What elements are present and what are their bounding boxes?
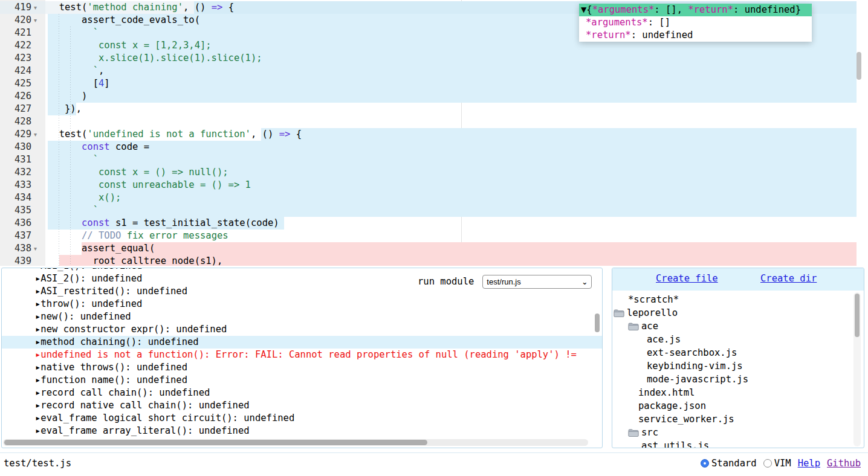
- keybinding-standard-radio[interactable]: [701, 459, 709, 468]
- code-line[interactable]: `,: [45, 65, 868, 77]
- expand-arrow-icon[interactable]: ▸: [35, 285, 40, 298]
- file-tree-item[interactable]: ast_utils.js: [612, 439, 864, 448]
- file-tree-label: ext-searchbox.js: [647, 346, 737, 359]
- line-number: 420: [0, 14, 31, 27]
- code-line[interactable]: const code =: [45, 141, 868, 153]
- code-line[interactable]: root_calltree_node(s1),: [45, 255, 868, 266]
- line-number: 438: [0, 242, 31, 255]
- create-dir-link[interactable]: Create dir: [760, 268, 817, 289]
- calltree-item[interactable]: ▸native throws(): undefined: [2, 361, 602, 374]
- code-line[interactable]: [45, 115, 868, 128]
- code-token: [: [48, 78, 99, 89]
- files-header: Create file Create dir: [612, 268, 864, 291]
- calltree-item[interactable]: ▸undefined is not a function(): Error: F…: [2, 349, 602, 361]
- file-tree-item[interactable]: package.json: [612, 399, 864, 413]
- code-line[interactable]: ): [45, 90, 868, 103]
- code-line[interactable]: }),: [45, 103, 868, 115]
- file-tree-dir[interactable]: leporello: [612, 306, 864, 320]
- expand-arrow-icon[interactable]: ▸: [35, 268, 40, 272]
- code-line[interactable]: test('undefined is not a function', () =…: [45, 128, 868, 141]
- filetree-vscroll-thumb[interactable]: [855, 294, 860, 337]
- expand-arrow-icon[interactable]: ▸: [35, 310, 40, 323]
- editor-vertical-scrollbar[interactable]: [857, 52, 861, 80]
- code-line[interactable]: x.slice(1).slice(1).slice(1);: [45, 52, 868, 65]
- file-tree-item[interactable]: ace.js: [612, 333, 864, 346]
- code-line[interactable]: const unreachable = () => 1: [45, 179, 868, 191]
- gutter-row: 438▾: [0, 242, 45, 255]
- calltree-item[interactable]: ▸new(): undefined: [2, 310, 602, 323]
- expand-arrow-icon[interactable]: ▸: [35, 387, 40, 399]
- calltree-item[interactable]: ▸eval_frame logical short circuit(): und…: [2, 412, 602, 425]
- inspector-entry[interactable]: *return*: undefined: [579, 29, 812, 42]
- code-line[interactable]: x();: [45, 191, 868, 204]
- code-editor[interactable]: test('method chaining', () => { assert_c…: [0, 0, 868, 266]
- calltree-item[interactable]: ▸new constructor expr(): undefined: [2, 323, 602, 336]
- file-tree-item[interactable]: index.html: [612, 386, 864, 399]
- help-link[interactable]: Help: [798, 453, 820, 474]
- code-line-text: const unreachable = () => 1: [48, 179, 251, 191]
- calltree-item-label: function name(): undefined: [40, 375, 187, 385]
- expand-arrow-icon[interactable]: ▸: [35, 361, 40, 374]
- expand-arrow-icon[interactable]: ▸: [35, 272, 40, 285]
- calltree-item[interactable]: ▸eval_frame array_literal(): undefined: [2, 425, 602, 437]
- code-line-text: x();: [48, 191, 121, 204]
- code-line[interactable]: const s1 = test_initial_state(code): [45, 217, 868, 230]
- fold-arrow-icon[interactable]: ▾: [34, 1, 42, 14]
- gutter-row: 434: [0, 191, 45, 204]
- code-line[interactable]: assert_equal(: [45, 242, 868, 255]
- keybinding-standard-group: Standard: [701, 453, 757, 474]
- create-file-link[interactable]: Create file: [656, 268, 718, 289]
- calltree-item[interactable]: ▸record call chain(): undefined: [2, 387, 602, 399]
- line-number: 437: [0, 230, 31, 242]
- gutter-row: 436: [0, 217, 45, 230]
- current-file-label: test/test.js: [4, 453, 71, 474]
- calltree-hscroll-thumb[interactable]: [4, 440, 427, 445]
- expand-arrow-icon[interactable]: ▸: [35, 323, 40, 336]
- file-tree-dir[interactable]: ace: [612, 320, 864, 333]
- code-token: assert_equal(: [48, 243, 155, 254]
- expand-arrow-icon[interactable]: ▸: [35, 374, 40, 387]
- keybinding-vim-radio[interactable]: [763, 459, 772, 468]
- code-line-text: test('undefined is not a function', () =…: [48, 128, 302, 141]
- code-line[interactable]: // TODO fix error messages: [45, 230, 868, 242]
- code-line[interactable]: const x = () => null();: [45, 166, 868, 179]
- fold-arrow-icon[interactable]: ▾: [34, 128, 42, 141]
- code-token: , (): [251, 129, 279, 140]
- file-tree-item[interactable]: mode-javascript.js: [612, 373, 864, 386]
- calltree-item[interactable]: ▸throw(): undefined: [2, 298, 602, 310]
- calltree-vscroll-thumb[interactable]: [595, 314, 600, 332]
- expand-arrow-icon[interactable]: ▸: [35, 412, 40, 425]
- file-tree-dir[interactable]: src: [612, 426, 864, 439]
- file-tree-item[interactable]: keybinding-vim.js: [612, 359, 864, 373]
- github-link[interactable]: Github: [827, 453, 861, 474]
- code-token: const: [82, 141, 110, 152]
- file-tree-item[interactable]: ext-searchbox.js: [612, 346, 864, 359]
- inspector-entry[interactable]: *arguments*: []: [579, 16, 812, 29]
- fold-arrow-icon[interactable]: ▾: [34, 242, 42, 255]
- code-token: =>: [212, 2, 223, 13]
- expand-arrow-icon[interactable]: ▸: [35, 349, 40, 361]
- calltree-item-label: record native call chain(): undefined: [40, 400, 249, 411]
- file-tree-item[interactable]: *scratch*: [612, 293, 864, 306]
- code-token: `: [48, 205, 99, 216]
- code-token: // TODO: [82, 230, 127, 241]
- code-line-text: assert_equal(: [48, 242, 155, 255]
- code-line[interactable]: `: [45, 153, 868, 166]
- code-line-text: }),: [48, 103, 82, 115]
- expand-arrow-icon[interactable]: ▸: [35, 399, 40, 412]
- file-tree-item[interactable]: service_worker.js: [612, 413, 864, 426]
- fold-arrow-icon[interactable]: ▾: [34, 14, 42, 27]
- expand-arrow-icon[interactable]: ▸: [35, 425, 40, 437]
- line-number: 421: [0, 27, 31, 39]
- run-module-select[interactable]: test/run.js: [482, 275, 592, 289]
- expand-arrow-icon[interactable]: ▸: [35, 336, 40, 349]
- calltree-item[interactable]: ▸ASI_1(): undefined: [2, 268, 602, 272]
- inspector-header[interactable]: ▼{*arguments*: [], *return*: undefined}: [579, 4, 812, 16]
- code-line[interactable]: `: [45, 204, 868, 217]
- code-line[interactable]: [4]: [45, 77, 868, 90]
- code-token: assert_code_evals_to(: [48, 14, 200, 25]
- expand-arrow-icon[interactable]: ▸: [35, 298, 40, 310]
- calltree-item[interactable]: ▸function name(): undefined: [2, 374, 602, 387]
- calltree-item[interactable]: ▸method chaining(): undefined: [2, 336, 602, 349]
- calltree-item[interactable]: ▸record native call chain(): undefined: [2, 399, 602, 412]
